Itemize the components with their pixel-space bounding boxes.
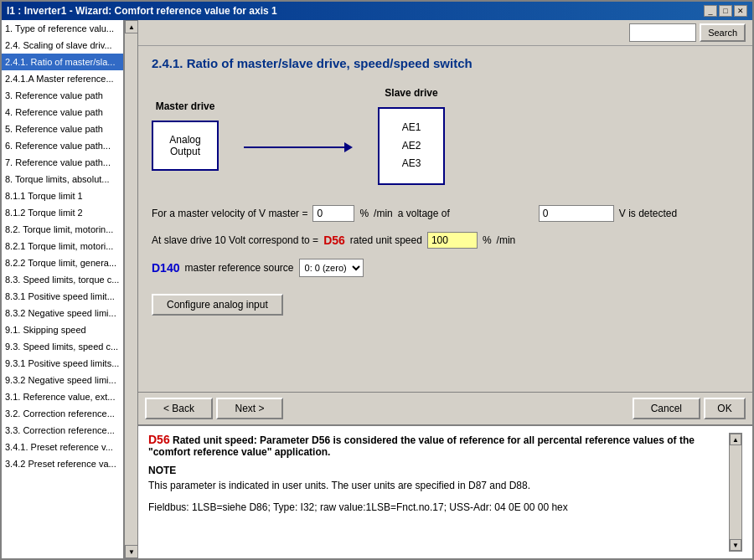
bottom-scroll-up[interactable]: ▲ xyxy=(730,434,741,445)
drive-diagram: Master drive AnalogOutput Slave drive AE… xyxy=(152,87,739,185)
sidebar-item-0[interactable]: 1. Type of reference valu... xyxy=(2,20,123,37)
arrow-line xyxy=(244,142,353,152)
sidebar-item-23[interactable]: 3.2. Correction reference... xyxy=(2,405,123,422)
sidebar-item-17[interactable]: 8.3.2 Negative speed limi... xyxy=(2,305,123,321)
sidebar-item-25[interactable]: 3.4.1. Preset reference v... xyxy=(2,439,123,455)
form1-mid-label: a voltage of xyxy=(398,208,450,219)
sidebar-item-15[interactable]: 8.3. Speed limits, torque c... xyxy=(2,271,123,288)
sidebar-item-4[interactable]: 3. Reference value path xyxy=(2,87,123,104)
search-button[interactable]: Search xyxy=(700,23,746,42)
top-bar: Search xyxy=(138,20,752,46)
sidebar-item-5[interactable]: 4. Reference value path xyxy=(2,104,123,121)
bottom-note-text: This parameter is indicated in user unit… xyxy=(148,480,726,491)
form2-param-label: D56 xyxy=(323,234,345,247)
back-button[interactable]: < Back xyxy=(145,398,213,419)
sidebar-track xyxy=(125,33,137,545)
bottom-note-title: NOTE xyxy=(148,465,726,476)
bottom-panel: D56 Rated unit speed: Parameter D56 is c… xyxy=(138,424,752,558)
title-bar: I1 : Inverter1 - Wizard: Comfort referen… xyxy=(2,2,752,20)
nav-left: < Back Next > xyxy=(145,398,283,419)
bottom-content: D56 Rated unit speed: Parameter D56 is c… xyxy=(148,433,726,552)
sidebar-item-11[interactable]: 8.1.2 Torque limit 2 xyxy=(2,204,123,221)
sidebar: 1. Type of reference valu...2.4. Scaling… xyxy=(2,20,124,558)
sidebar-item-3[interactable]: 2.4.1.A Master reference... xyxy=(2,70,123,87)
content-area: 2.4.1. Ratio of master/slave drive, spee… xyxy=(138,46,752,392)
form2-speed-input[interactable] xyxy=(427,232,478,249)
form2-unit2-label: /min xyxy=(497,234,516,246)
bottom-title: D56 Rated unit speed: Parameter D56 is c… xyxy=(148,433,726,458)
main-content: 1. Type of reference valu...2.4. Scaling… xyxy=(2,20,752,558)
form2-rated-label: rated unit speed xyxy=(350,234,422,246)
sidebar-item-12[interactable]: 8.2. Torque limit, motorin... xyxy=(2,221,123,238)
slave-drive-label: Slave drive xyxy=(385,87,437,99)
sidebar-item-21[interactable]: 9.3.2 Negative speed limi... xyxy=(2,372,123,388)
cancel-button[interactable]: Cancel xyxy=(633,398,700,419)
form2-unit1-label: % xyxy=(483,234,492,246)
form1-voltage-input[interactable] xyxy=(539,205,614,222)
slave-box-text: AE1AE2AE3 xyxy=(402,119,421,173)
main-window: I1 : Inverter1 - Wizard: Comfort referen… xyxy=(0,0,754,560)
sidebar-item-7[interactable]: 6. Reference value path... xyxy=(2,137,123,154)
slave-drive-container: Slave drive AE1AE2AE3 xyxy=(378,87,445,185)
sidebar-item-1[interactable]: 2.4. Scaling of slave driv... xyxy=(2,37,123,54)
sidebar-item-24[interactable]: 3.3. Correction reference... xyxy=(2,422,123,439)
master-box-text: AnalogOutput xyxy=(169,134,200,157)
sidebar-item-20[interactable]: 9.3.1 Positive speed limits... xyxy=(2,355,123,372)
form1-unit2-label: /min xyxy=(374,208,393,219)
master-drive-label: Master drive xyxy=(156,100,215,112)
close-button[interactable]: ✕ xyxy=(734,5,747,17)
next-button[interactable]: Next > xyxy=(216,398,283,419)
bottom-scrollbar: ▲ ▼ xyxy=(729,433,742,552)
search-input[interactable] xyxy=(629,23,696,42)
sidebar-scrollbar: ▲ ▼ xyxy=(124,20,137,558)
window-title: I1 : Inverter1 - Wizard: Comfort referen… xyxy=(7,5,277,17)
form3-label: master reference source xyxy=(184,262,293,274)
form2-prefix-label: At slave drive 10 Volt correspond to = xyxy=(152,234,318,246)
bottom-fieldbus-text: Fieldbus: 1LSB=siehe D86; Type: I32; raw… xyxy=(148,501,726,513)
sidebar-item-14[interactable]: 8.2.2 Torque limit, genera... xyxy=(2,254,123,271)
form-row-3: D140 master reference source 0: 0 (zero)… xyxy=(152,259,739,277)
sidebar-item-10[interactable]: 8.1.1 Torque limit 1 xyxy=(2,188,123,204)
sidebar-scroll-down[interactable]: ▼ xyxy=(125,545,138,558)
bottom-scroll-down[interactable]: ▼ xyxy=(730,539,741,551)
form3-select[interactable]: 0: 0 (zero) 1: Analog 2: Digital xyxy=(299,259,364,277)
sidebar-scroll-up[interactable]: ▲ xyxy=(125,20,138,33)
nav-right: Cancel OK xyxy=(633,398,746,419)
nav-buttons: < Back Next > Cancel OK xyxy=(138,392,752,424)
sidebar-item-16[interactable]: 8.3.1 Positive speed limit... xyxy=(2,288,123,305)
page-title: 2.4.1. Ratio of master/slave drive, spee… xyxy=(152,56,739,70)
sidebar-item-8[interactable]: 7. Reference value path... xyxy=(2,154,123,171)
form-row-2: At slave drive 10 Volt correspond to = D… xyxy=(152,232,739,249)
maximize-button[interactable]: □ xyxy=(719,5,732,17)
configure-analog-button[interactable]: Configure analog input xyxy=(152,294,283,316)
arrowhead-icon xyxy=(344,142,353,152)
bottom-param: D56 xyxy=(148,433,170,446)
sidebar-item-19[interactable]: 9.3. Speed limits, speed c... xyxy=(2,338,123,355)
master-drive-box: AnalogOutput xyxy=(152,121,219,171)
sidebar-item-22[interactable]: 3.1. Reference value, ext... xyxy=(2,388,123,405)
connection-line xyxy=(244,146,344,148)
slave-drive-box: AE1AE2AE3 xyxy=(378,107,445,185)
form1-velocity-input[interactable] xyxy=(312,205,354,222)
sidebar-item-26[interactable]: 3.4.2 Preset reference va... xyxy=(2,455,123,472)
right-panel: Search 2.4.1. Ratio of master/slave driv… xyxy=(138,20,752,558)
configure-section: Configure analog input xyxy=(152,287,739,316)
sidebar-item-6[interactable]: 5. Reference value path xyxy=(2,121,123,137)
sidebar-item-18[interactable]: 9.1. Skipping speed xyxy=(2,321,123,338)
master-drive-container: Master drive AnalogOutput xyxy=(152,100,219,171)
form1-voltage-unit-label: V is detected xyxy=(619,208,677,219)
sidebar-item-2[interactable]: 2.4.1. Ratio of master/sla... xyxy=(2,54,123,70)
minimize-button[interactable]: _ xyxy=(704,5,717,17)
sidebar-item-13[interactable]: 8.2.1 Torque limit, motori... xyxy=(2,238,123,254)
form1-unit1-label: % xyxy=(359,208,369,219)
form1-prefix-label: For a master velocity of V master = xyxy=(152,208,307,219)
ok-button[interactable]: OK xyxy=(704,398,746,419)
window-controls: _ □ ✕ xyxy=(704,5,747,17)
form3-param-label: D140 xyxy=(152,261,179,275)
form-row-1: For a master velocity of V master = % /m… xyxy=(152,205,739,222)
bottom-param-desc-bold: Rated unit speed: xyxy=(173,434,257,446)
sidebar-wrapper: 1. Type of reference valu...2.4. Scaling… xyxy=(2,20,138,558)
sidebar-item-9[interactable]: 8. Torque limits, absolut... xyxy=(2,171,123,188)
